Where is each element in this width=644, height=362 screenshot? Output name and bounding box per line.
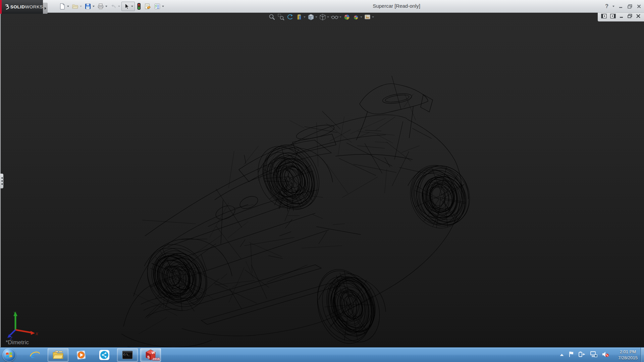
svg-text:S: S	[147, 355, 150, 359]
show-desktop-button[interactable]	[641, 348, 644, 362]
save-button[interactable]	[83, 2, 96, 11]
windows-logo-icon	[5, 351, 13, 359]
dropdown-arrow[interactable]	[315, 16, 317, 18]
view-settings-icon	[364, 13, 371, 21]
titlebar: Supercar [Read-only] ?	[0, 0, 644, 13]
file-properties-icon	[144, 3, 151, 10]
collapse-arrow-icon	[1, 180, 3, 182]
start-button[interactable]	[2, 348, 16, 362]
dropdown-arrow[interactable]	[131, 6, 133, 7]
view-orientation-cube-icon	[307, 13, 315, 21]
previous-view-icon	[286, 13, 294, 21]
display-style-wireframe-icon	[319, 13, 326, 21]
options-button[interactable]	[153, 2, 165, 11]
orientation-triad[interactable]: Y X Z	[7, 309, 40, 341]
edit-appearance-button[interactable]	[343, 13, 351, 21]
restore-button[interactable]	[627, 4, 633, 9]
power-icon[interactable]	[578, 351, 586, 359]
brand-text: SOLIDWORKS	[10, 4, 43, 9]
volume-muted-icon[interactable]	[602, 351, 609, 359]
logo-red-stripe	[0, 0, 2, 14]
minimize-button[interactable]	[619, 4, 623, 9]
hide-show-items-button[interactable]	[331, 13, 341, 21]
help-button[interactable]: ?	[605, 3, 608, 9]
window-buttons: ?	[605, 0, 641, 12]
taskbar-windows-explorer[interactable]	[48, 348, 68, 362]
select-tool-button[interactable]	[121, 2, 135, 11]
solidworks-3s-mark-icon	[3, 4, 9, 10]
new-document-icon	[59, 3, 66, 10]
featuremanager-collapsed-tab[interactable]	[0, 174, 3, 188]
section-view-button[interactable]	[296, 13, 306, 21]
collapse-arrow-icon	[1, 177, 3, 179]
dropdown-arrow[interactable]	[93, 6, 95, 7]
options-icon	[154, 3, 161, 10]
svg-text:e: e	[31, 350, 35, 360]
system-tray	[559, 348, 609, 362]
wireframe-car-model[interactable]	[0, 12, 644, 347]
command-prompt-icon: C:\_	[122, 351, 133, 359]
dropdown-arrow[interactable]	[360, 16, 362, 18]
taskbar-command-prompt[interactable]: C:\_	[117, 348, 138, 362]
taskbar-solidworks[interactable]: SW 2015	[140, 348, 161, 362]
zoom-to-area-button[interactable]	[277, 13, 285, 21]
doc-minimize-button[interactable]	[619, 14, 624, 20]
doc-close-button[interactable]	[636, 14, 641, 20]
new-document-button[interactable]	[58, 2, 70, 11]
taskbar-apps: e C:\_ SW 2015	[24, 348, 161, 362]
pane-right-button[interactable]	[610, 14, 616, 20]
pane-left-button[interactable]	[601, 14, 607, 20]
folder-icon	[52, 350, 64, 360]
rebuild-button[interactable]	[135, 2, 143, 11]
section-view-icon	[296, 13, 303, 21]
view-settings-button[interactable]	[364, 13, 374, 21]
logo-flyout-tab[interactable]	[43, 3, 48, 14]
file-properties-button[interactable]	[143, 2, 153, 11]
doc-restore-button[interactable]	[627, 14, 633, 20]
zoom-to-area-icon	[277, 13, 285, 21]
print-icon	[97, 3, 104, 10]
print-button[interactable]	[96, 2, 109, 11]
zoom-to-fit-button[interactable]	[268, 13, 276, 21]
x-axis-label: X	[35, 332, 38, 336]
window-title: Supercar [Read-only]	[346, 3, 447, 9]
action-center-flag-icon[interactable]	[569, 351, 574, 359]
open-icon	[72, 3, 78, 10]
help-dropdown-arrow[interactable]	[612, 6, 614, 7]
undo-button[interactable]	[109, 2, 121, 11]
flyout-arrow-icon	[45, 7, 46, 10]
solidworks-year-badge: 2015	[153, 357, 160, 361]
taskbar: e C:\_ SW 2015 2:01 PM 7/28/2015	[0, 347, 644, 362]
taskbar-internet-explorer[interactable]: e	[24, 348, 45, 362]
display-style-button[interactable]	[319, 13, 329, 21]
dropdown-arrow[interactable]	[67, 6, 69, 7]
y-axis-label: Y	[13, 311, 16, 315]
dropdown-arrow[interactable]	[327, 16, 329, 18]
appearance-sphere-icon	[343, 13, 351, 21]
undo-icon	[110, 3, 117, 10]
dropdown-arrow[interactable]	[339, 16, 341, 18]
select-cursor-icon	[123, 3, 130, 10]
svg-text:W: W	[152, 350, 155, 355]
dropdown-arrow[interactable]	[304, 16, 306, 18]
dropdown-arrow[interactable]	[118, 6, 120, 7]
z-axis	[10, 330, 15, 335]
previous-view-button[interactable]	[286, 13, 294, 21]
dropdown-arrow[interactable]	[105, 6, 107, 7]
x-axis	[15, 330, 31, 333]
close-button[interactable]	[637, 4, 641, 9]
taskbar-media-player[interactable]	[71, 348, 92, 362]
view-orientation-label: *Dimetric	[6, 339, 29, 346]
network-icon[interactable]	[590, 351, 597, 359]
tray-clock[interactable]: 2:01 PM 7/28/2015	[616, 349, 640, 361]
clock-time: 2:01 PM	[616, 349, 640, 355]
view-orientation-button[interactable]	[307, 13, 317, 21]
dropdown-arrow[interactable]	[162, 6, 164, 7]
apply-scene-button[interactable]	[352, 13, 362, 21]
taskbar-share-app[interactable]	[94, 348, 115, 362]
cmd-prompt-text: C:\_	[123, 353, 130, 356]
dropdown-arrow[interactable]	[80, 6, 82, 7]
dropdown-arrow[interactable]	[372, 16, 374, 18]
open-button[interactable]	[70, 2, 83, 11]
show-hidden-icons-button[interactable]	[559, 352, 564, 358]
